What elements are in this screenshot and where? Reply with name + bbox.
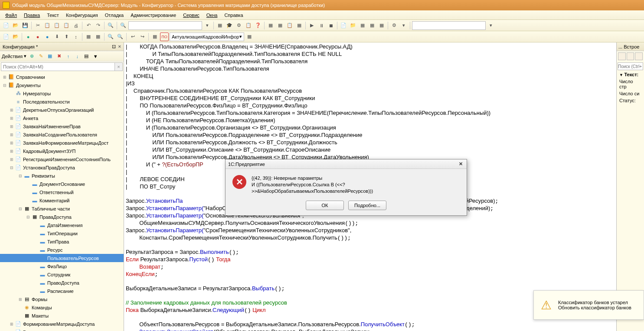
tb-e-icon[interactable]: ▦ xyxy=(266,21,275,30)
tree-sequences[interactable]: ≡Последовательности xyxy=(0,97,124,106)
tree-tp-7[interactable]: ▬Сотрудник xyxy=(0,270,124,279)
ab-x-icon[interactable]: ✖ xyxy=(55,52,63,60)
tree-req-3[interactable]: ▬Комментарий xyxy=(0,196,124,204)
menu-config[interactable]: Конфигурация xyxy=(62,13,101,18)
t2c-icon[interactable]: ● xyxy=(24,32,33,41)
tree-tp-5-selected[interactable]: ▬ПользовательРесурсов xyxy=(0,254,124,262)
t2p-icon[interactable]: ПО xyxy=(160,32,169,41)
ab-del-icon[interactable]: ▦ xyxy=(46,52,54,60)
menu-help[interactable]: Справка xyxy=(221,13,246,18)
rp-btn3-icon[interactable] xyxy=(635,52,643,60)
details-button[interactable]: Подробно... xyxy=(348,201,386,210)
ab-edit-icon[interactable]: ✎ xyxy=(37,52,45,60)
tree-cmds[interactable]: ◉Команды xyxy=(0,303,124,312)
tb-b-icon[interactable]: 🎓 xyxy=(225,21,234,30)
panel-close-icon[interactable]: × xyxy=(118,44,121,49)
t2m-icon[interactable]: ↩ xyxy=(128,32,137,41)
menu-text[interactable]: Текст xyxy=(43,13,62,18)
t2o-icon[interactable]: ▦ xyxy=(150,32,159,41)
paste-icon[interactable]: 📋 xyxy=(52,21,61,30)
tb-g-icon[interactable]: 📋 xyxy=(285,21,294,30)
tb-d-icon[interactable]: 📋 xyxy=(244,21,253,30)
t2n-icon[interactable]: ↪ xyxy=(138,32,147,41)
config-tree[interactable]: ⊞📙Справочники ⊟📙Документы ⁂Нумераторы ≡П… xyxy=(0,72,124,331)
tree-doc-3[interactable]: ⊞📄ЗаявкаНаИзменениеПрав xyxy=(0,122,124,130)
tb-l-icon[interactable]: 📄 xyxy=(339,21,348,30)
tree-doc-9[interactable]: ⊞📄ФормированиеМатрицыДоступа xyxy=(0,320,124,328)
dialog-close-icon[interactable]: ✕ xyxy=(457,161,464,167)
menu-admin[interactable]: Администрирование xyxy=(127,13,180,18)
search-dropdown-icon[interactable]: ▾ xyxy=(203,21,212,30)
find-icon[interactable]: 🔍 xyxy=(106,21,115,30)
rp-btn1-icon[interactable] xyxy=(618,52,626,60)
tree-tp-4[interactable]: ▬Ресурс xyxy=(0,246,124,254)
menu-file[interactable]: Файл xyxy=(2,13,20,18)
tb-i-icon[interactable]: ▶ xyxy=(307,21,316,30)
tree-tp-6[interactable]: ▬ФизЛицо xyxy=(0,262,124,270)
tb-m-icon[interactable]: 📁 xyxy=(349,21,357,30)
tree-forms[interactable]: ⊞▤Формы xyxy=(0,295,124,303)
tree-doc-6[interactable]: ⊞📄КадровыйДокументЗУП xyxy=(0,147,124,155)
tb-f-icon[interactable]: ▦ xyxy=(276,21,284,30)
t2d-icon[interactable]: ● xyxy=(33,32,42,41)
tb-s-icon[interactable]: ▾ xyxy=(487,21,495,30)
tb-r-icon[interactable]: ▾ xyxy=(399,21,408,30)
tree-req[interactable]: ⊟▬Реквизиты xyxy=(0,172,124,180)
ab-filter-icon[interactable]: ▼ xyxy=(92,52,99,60)
tree-search-input[interactable] xyxy=(1,62,115,71)
tree-tabs[interactable]: ⊟▦Табличные части xyxy=(0,204,124,213)
tree-tp-1[interactable]: ▬ДатаИзменения xyxy=(0,221,124,229)
t2h-icon[interactable]: ↕ xyxy=(72,32,80,41)
menu-debug[interactable]: Отладка xyxy=(101,13,127,18)
rp-btn2-icon[interactable] xyxy=(627,52,634,60)
tb-c-icon[interactable]: ⚙ xyxy=(235,21,243,30)
tree-tp[interactable]: ⊟▦ПраваДоступа xyxy=(0,213,124,221)
tree-search-clear-icon[interactable]: × xyxy=(115,62,123,71)
tb-j-icon[interactable]: ⏸ xyxy=(317,21,326,30)
tree-tp-8[interactable]: ▬ПравоДоступа xyxy=(0,279,124,287)
new-icon[interactable]: 📄 xyxy=(2,21,10,30)
ab-sort-icon[interactable]: ▤ xyxy=(82,52,90,60)
paste2-icon[interactable]: 📋 xyxy=(62,21,71,30)
t2k-icon[interactable]: 🔍 xyxy=(106,32,115,41)
actions-dropdown-icon[interactable]: ▾ xyxy=(24,53,26,59)
t2i-icon[interactable]: ▦ xyxy=(84,32,93,41)
save-icon[interactable]: 💾 xyxy=(21,21,29,30)
t2j-icon[interactable]: ▦ xyxy=(94,32,102,41)
tree-numerators[interactable]: ⁂Нумераторы xyxy=(0,89,124,97)
t2f-icon[interactable]: ⬇ xyxy=(52,32,61,41)
tree-req-1[interactable]: ▬ДокументОснование xyxy=(0,180,124,188)
tree-tp-9[interactable]: ▬Расписание xyxy=(0,287,124,295)
tb-h-icon[interactable]: ▦ xyxy=(295,21,304,30)
tree-documents[interactable]: ⊟📙Документы xyxy=(0,81,124,89)
search-icon[interactable]: 🔍 xyxy=(119,21,127,30)
cut-icon[interactable]: ✂ xyxy=(33,21,42,30)
t2q-icon[interactable]: ▦ xyxy=(245,32,254,41)
ab-up-icon[interactable]: ↑ xyxy=(64,52,72,60)
search-input[interactable] xyxy=(128,21,202,30)
tree-spravochniki[interactable]: ⊞📙Справочники xyxy=(0,73,124,81)
t2l-icon[interactable]: 🔍 xyxy=(116,32,124,41)
t2a-icon[interactable]: 📄 xyxy=(2,32,10,41)
tree-tp-3[interactable]: ▬ТипПрава xyxy=(0,237,124,246)
copy-icon[interactable]: 📋 xyxy=(43,21,52,30)
print-icon[interactable]: 🖨 xyxy=(72,21,80,30)
tree-doc-5[interactable]: ⊞📄ЗаявкаНаФормированиеМатрицыДост xyxy=(0,139,124,147)
menu-edit[interactable]: Правка xyxy=(20,13,43,18)
redo-icon[interactable]: ↷ xyxy=(94,21,102,30)
tree-req-2[interactable]: ▬Ответственный xyxy=(0,188,124,196)
tb-k-icon[interactable]: ⏹ xyxy=(327,21,335,30)
help-icon[interactable]: ❓ xyxy=(254,21,262,30)
rp-group-text[interactable]: ▼ Текст: xyxy=(617,71,644,78)
toast-notification[interactable]: ⚠ Классификатор банков устарел Обновить … xyxy=(533,290,644,320)
tb-q-icon[interactable]: ⚙ xyxy=(390,21,399,30)
proc-dropdown[interactable]: АктуализацияКадровойИнфор▾ xyxy=(170,32,244,41)
undo-icon[interactable]: ↶ xyxy=(84,21,93,30)
ok-button[interactable]: ОК xyxy=(306,201,344,210)
menu-windows[interactable]: Окна xyxy=(203,13,221,18)
tree-doc-2[interactable]: ⊞📄Анкета xyxy=(0,114,124,122)
tb-p-icon[interactable]: ▦ xyxy=(377,21,386,30)
ab-add-icon[interactable]: ⊕ xyxy=(28,52,36,60)
panel-pin-icon[interactable]: ⊡ xyxy=(112,44,116,49)
tree-doc-7[interactable]: ⊞📄РегистрацияИзмененияСостоянияПоль xyxy=(0,155,124,163)
